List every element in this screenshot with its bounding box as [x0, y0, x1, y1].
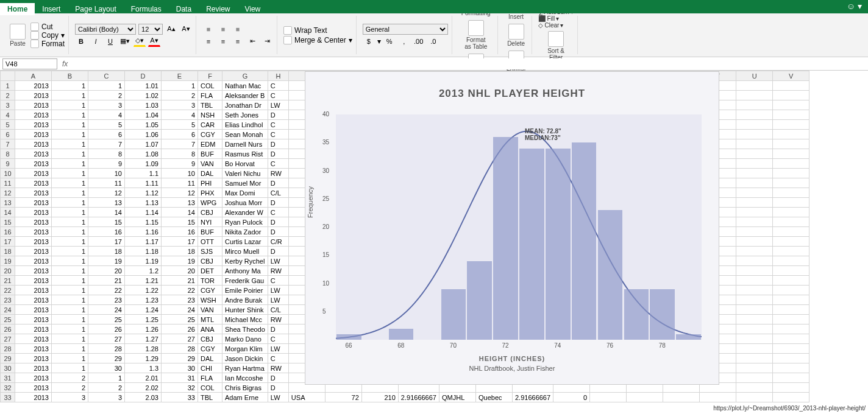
format-painter-button[interactable]: Format: [30, 40, 65, 48]
chart-bar: [650, 289, 675, 340]
increase-font-button[interactable]: A▴: [165, 24, 177, 35]
delete-cells-button[interactable]: Delete: [504, 23, 528, 48]
col-header[interactable]: G: [222, 71, 268, 81]
chart-bar: [624, 289, 649, 340]
number-group: General $▾ % , .00 .0: [359, 16, 452, 54]
cut-button[interactable]: Cut: [30, 23, 65, 31]
fill-color-button[interactable]: ◇▾: [133, 36, 146, 47]
y-axis-label: Frequency: [307, 186, 314, 218]
col-header[interactable]: A: [15, 71, 52, 81]
comma-button[interactable]: ,: [398, 36, 410, 47]
chart-bar: [336, 334, 361, 340]
formula-input[interactable]: [70, 58, 868, 69]
format-as-table-button[interactable]: Format as Table: [458, 19, 494, 51]
align-bottom-button[interactable]: ≡: [232, 24, 244, 35]
chart-title: 2013 NHL PLAYER HEIGHT: [305, 88, 719, 100]
editing-group: ∑ AutoSum ▾ ⬛ Fill ▾ ◇ Clear ▾ Sort & Fi…: [535, 16, 577, 54]
col-header[interactable]: H: [268, 71, 288, 81]
decrease-indent-button[interactable]: ⇤: [246, 36, 258, 47]
clipboard-group: Paste Cut Copy ▾ Format: [4, 16, 69, 54]
col-header[interactable]: C: [88, 71, 125, 81]
tab-page-layout[interactable]: Page Layout: [68, 3, 123, 15]
wrap-text-button[interactable]: Wrap Text: [283, 26, 352, 35]
currency-button[interactable]: $: [363, 36, 375, 47]
col-header[interactable]: B: [52, 71, 88, 81]
align-top-button[interactable]: ≡: [202, 24, 215, 35]
cells-group: Insert Delete Format: [500, 16, 533, 54]
x-axis-label: HEIGHT (INCHES): [305, 355, 719, 362]
chart-bar: [493, 137, 518, 340]
col-header[interactable]: U: [736, 71, 773, 81]
fx-icon[interactable]: fx: [62, 60, 68, 68]
copy-button[interactable]: Copy ▾: [30, 31, 65, 40]
percent-button[interactable]: %: [383, 36, 396, 47]
align-middle-button[interactable]: ≡: [217, 24, 229, 35]
sort-filter-button[interactable]: Sort & Filter: [538, 30, 573, 62]
font-name-select[interactable]: Calibri (Body): [75, 24, 136, 35]
chart-annotations: MEAN: 72.8" MEDIAN:73": [525, 128, 561, 141]
merge-center-button[interactable]: Merge & Center ▾: [283, 36, 352, 44]
align-center-button[interactable]: ≡: [217, 36, 229, 47]
chart-bar: [467, 261, 492, 340]
paste-button[interactable]: Paste: [7, 23, 28, 48]
decrease-font-button[interactable]: A▾: [180, 24, 192, 35]
increase-indent-button[interactable]: ⇥: [261, 36, 273, 47]
table-row[interactable]: 332013332.0333TBLAdam ErneLWUSA722102.91…: [1, 393, 809, 402]
increase-decimal-button[interactable]: .00: [413, 36, 425, 47]
formula-bar: fx: [0, 57, 868, 71]
bold-button[interactable]: B: [75, 36, 87, 47]
alignment-group: ≡ ≡ ≡ ≡ ≡ ≡ ⇤ ⇥: [199, 16, 277, 54]
tab-home[interactable]: Home: [0, 3, 35, 15]
chart[interactable]: 2013 NHL PLAYER HEIGHT Frequency 6668707…: [305, 71, 719, 385]
align-left-button[interactable]: ≡: [202, 36, 215, 47]
footer-url: https://plot.ly/~Dreamshot/6903/_2013-nh…: [713, 405, 866, 412]
font-group: Calibri (Body) 12 A▴ A▾ B I U ▦▾ ◇▾ A▾: [71, 16, 196, 54]
tab-insert[interactable]: Insert: [35, 3, 68, 15]
ribbon: Paste Cut Copy ▾ Format Calibri (Body) 1…: [0, 13, 868, 57]
font-color-button[interactable]: A▾: [148, 36, 160, 47]
italic-button[interactable]: I: [90, 36, 102, 47]
chart-bar: [598, 210, 623, 340]
col-header[interactable]: D: [125, 71, 162, 81]
chart-subtitle: NHL Draftbook, Justin Fisher: [305, 365, 719, 372]
styles-group: Conditional Formatting Format as Table C…: [455, 16, 498, 54]
decrease-decimal-button[interactable]: .0: [427, 36, 439, 47]
name-box[interactable]: [2, 58, 57, 69]
tab-view[interactable]: View: [237, 3, 268, 15]
tab-review[interactable]: Review: [199, 3, 237, 15]
col-header[interactable]: V: [773, 71, 809, 81]
chart-bar: [676, 334, 701, 340]
font-size-select[interactable]: 12: [138, 24, 163, 35]
ribbon-tabbar: HomeInsertPage LayoutFormulasDataReviewV…: [0, 0, 868, 13]
chart-bar: [519, 149, 544, 340]
fill-button[interactable]: ⬛ Fill ▾: [538, 15, 573, 22]
col-header[interactable]: E: [162, 71, 198, 81]
col-header[interactable]: F: [198, 71, 222, 81]
underline-button[interactable]: U: [104, 36, 116, 47]
feedback-icon[interactable]: ☺ ▾: [847, 1, 862, 11]
chart-bar: [441, 289, 466, 340]
chart-plot-area: 66687072747678510152025303540: [336, 114, 702, 340]
tab-data[interactable]: Data: [169, 3, 199, 15]
chart-bar: [572, 142, 597, 340]
clear-button[interactable]: ◇ Clear ▾: [538, 22, 573, 29]
chart-bar: [546, 149, 571, 340]
align-right-button[interactable]: ≡: [232, 36, 244, 47]
border-button[interactable]: ▦▾: [119, 36, 131, 47]
worksheet[interactable]: ABCDEFGHIJKLMNOPQRSTUV 12013111.011COLNa…: [0, 71, 868, 414]
chart-bar: [389, 329, 414, 340]
number-format-select[interactable]: General: [363, 24, 448, 35]
tab-formulas[interactable]: Formulas: [124, 3, 169, 15]
